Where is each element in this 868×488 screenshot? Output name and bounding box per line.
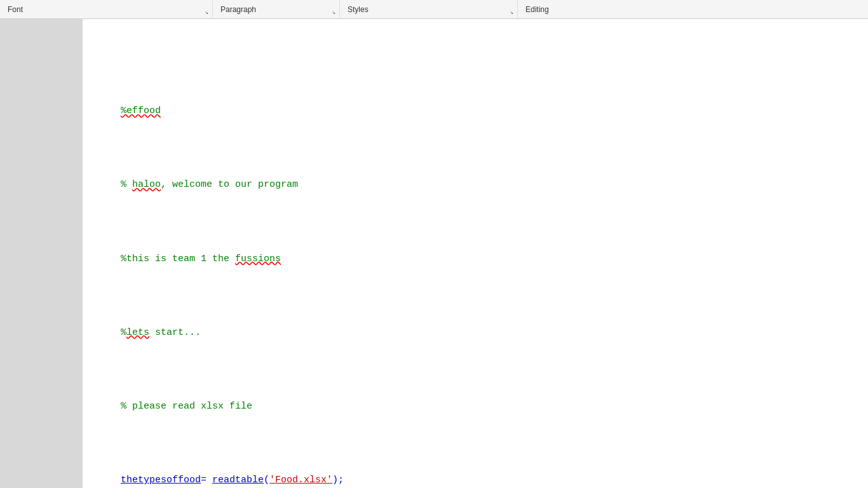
code-text: 'Food.xlsx'	[269, 475, 332, 485]
code-line-1: %effood	[121, 104, 830, 118]
font-expand-icon[interactable]: ↘	[205, 9, 208, 16]
code-text: % haloo, welcome to our program	[121, 179, 298, 190]
ribbon-styles-label: Styles	[348, 5, 369, 14]
paragraph-expand-icon[interactable]: ↘	[332, 9, 336, 16]
code-line-4: %lets start...	[121, 325, 830, 340]
code-block: %effood % haloo, welcome to our program …	[121, 44, 830, 488]
code-text: % please read xlsx file	[121, 401, 252, 412]
code-text: =	[201, 475, 212, 485]
ribbon-paragraph-section[interactable]: Paragraph ↘	[213, 0, 340, 18]
code-line-3: %this is team 1 the fussions	[121, 252, 830, 266]
ribbon-font-label: Font	[8, 5, 23, 14]
ribbon-paragraph-label: Paragraph	[220, 5, 256, 14]
code-text: );	[332, 475, 344, 485]
code-text: (	[264, 475, 269, 485]
code-text: %lets start...	[121, 327, 201, 338]
main-area: %effood % haloo, welcome to our program …	[0, 19, 868, 488]
ribbon: Font ↘ Paragraph ↘ Styles ↘ Editing	[0, 0, 868, 19]
ribbon-editing-label: Editing	[526, 5, 549, 14]
left-sidebar	[0, 19, 83, 488]
ribbon-styles-section[interactable]: Styles ↘	[340, 0, 518, 18]
code-text: %this is team 1 the fussions	[121, 254, 281, 264]
code-text: readtable	[212, 475, 264, 485]
code-line-5: % please read xlsx file	[121, 399, 830, 414]
code-line-6: thetypesoffood= readtable('Food.xlsx');	[121, 473, 830, 487]
document-area[interactable]: %effood % haloo, welcome to our program …	[83, 19, 868, 488]
code-text: thetypesoffood	[121, 475, 201, 485]
styles-expand-icon[interactable]: ↘	[510, 9, 513, 16]
code-text: %effood	[121, 105, 161, 116]
code-line-2: % haloo, welcome to our program	[121, 177, 830, 192]
ribbon-editing-section[interactable]: Editing	[518, 0, 868, 18]
ribbon-font-section[interactable]: Font ↘	[0, 0, 213, 18]
